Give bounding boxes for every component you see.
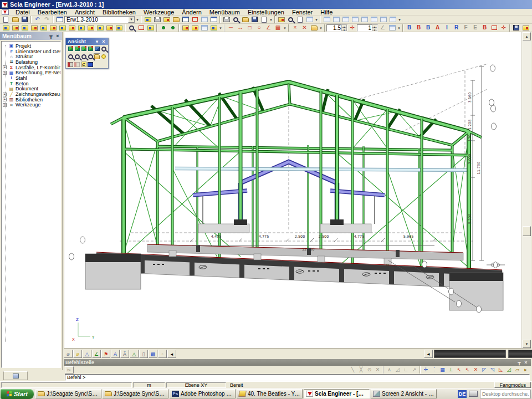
redo-button[interactable]: ↷ [42, 16, 52, 23]
command-panel-header[interactable]: Befehlszeile ┳ × [64, 359, 531, 366]
support-tool-icon-3[interactable]: B [423, 24, 433, 32]
library-button[interactable] [241, 16, 250, 23]
clip-box-icon[interactable] [67, 61, 74, 68]
axis-tool-icon-4[interactable] [209, 24, 218, 32]
sidebar-item-zeichnungswerkzeuge[interactable]: +╱Zeichnungswerkzeuge [3, 91, 60, 97]
clipboard-icon[interactable] [171, 16, 181, 23]
menu-aendern[interactable]: Ändern [178, 9, 205, 16]
draw-line-icon[interactable]: ─ [226, 24, 236, 32]
combo-dropdown-icon[interactable]: ▼ [128, 17, 135, 23]
rendered-icon[interactable]: ⌀ [73, 350, 82, 358]
member-tool-icon-8[interactable] [67, 24, 76, 32]
status-unit-cell[interactable]: m [133, 382, 165, 388]
search-icon[interactable] [286, 16, 295, 23]
snap-center-icon[interactable]: ⊙ [365, 366, 374, 374]
axis-dropdown-icon[interactable]: ▾ [218, 24, 223, 32]
menu-fenster[interactable]: Fenster [288, 9, 316, 16]
menu-tree-header[interactable]: Menübaum ┳ × [0, 32, 62, 40]
snap-peak-icon[interactable]: ∧ [385, 366, 393, 374]
label2-display-icon[interactable]: Ä [120, 350, 129, 358]
window-layout-icon-2[interactable] [331, 16, 341, 23]
snap-edge4-icon[interactable]: ◿ [505, 366, 513, 374]
taskbar-item-media[interactable]: 40. The Beatles - You Ca... [237, 389, 303, 398]
window-layout-icon-5[interactable] [360, 16, 369, 23]
screen-view-icon[interactable] [87, 61, 94, 68]
member-tool-icon-5[interactable] [39, 24, 48, 32]
sidebar-item-linienraster[interactable]: #Linienraster und Geschosse [3, 49, 60, 54]
activity-icon[interactable] [162, 16, 171, 23]
sidebar-item-berechnung[interactable]: +▦Berechnung, FE-Netz [3, 70, 60, 75]
project-combo[interactable]: Erw1.3-2010 ▼ [64, 16, 135, 23]
load-tool-icon-3[interactable]: F [461, 24, 470, 32]
load-tool-icon-1[interactable]: I [442, 24, 452, 32]
scale-stepper[interactable]: ▴▾ [326, 24, 347, 32]
report-button[interactable] [259, 16, 269, 23]
snap-mode-button[interactable]: Fangmodus [494, 382, 531, 388]
printer-tray-icon[interactable] [469, 391, 478, 397]
vertical-scroll-thumb[interactable] [523, 226, 531, 236]
menu-bibliotheken[interactable]: Bibliotheken [99, 9, 140, 16]
taskbar-item-folder-1[interactable]: J:\Seagate Sync\SyncRe... [35, 389, 101, 398]
calculator-icon[interactable] [277, 16, 286, 23]
factor-input[interactable] [357, 25, 372, 31]
scale-down-icon[interactable]: ▾ [341, 28, 347, 31]
sidebar-item-werkzeuge[interactable]: +×Werkzeuge [3, 103, 60, 108]
snap-node-icon[interactable]: ↖ [455, 366, 463, 374]
menu-datei[interactable]: Datei [12, 9, 34, 16]
drawing-canvas[interactable]: 4.475 4.775 2.500 2.500 4.775 5.965 35.4… [64, 32, 521, 348]
member-tool-icon-9[interactable] [76, 24, 86, 32]
snap-edge1-icon[interactable]: ◸ [480, 366, 488, 374]
layers-icon[interactable] [152, 16, 162, 23]
model-3d-view[interactable]: 4.475 4.775 2.500 2.500 4.775 5.965 35.4… [64, 32, 522, 348]
edit-dropdown-icon[interactable]: ▾ [319, 24, 323, 32]
delete-tool-icon[interactable]: × [290, 24, 300, 32]
clip-box-off-icon[interactable] [74, 61, 80, 68]
view-params-icon[interactable]: C [80, 61, 87, 68]
draw-angle-icon[interactable]: ∠ [264, 24, 273, 32]
snap-raster-icon[interactable]: ▦ [438, 366, 447, 374]
sidebar-item-dokument[interactable]: ▤Dokument [3, 86, 60, 92]
window-layout-icon-6[interactable] [369, 16, 378, 23]
member-tool-icon-13[interactable] [114, 24, 124, 32]
snap-edge2-icon[interactable]: ◹ [488, 366, 497, 374]
member-tool-icon-6[interactable] [48, 24, 58, 32]
taskbar-item-photoshop[interactable]: Ps Adobe Photoshop CS3 E... [170, 389, 236, 398]
taskbar-item-paint[interactable]: Screen 2 Ansicht - Paint [371, 389, 437, 398]
sidebar-item-belastung[interactable]: ⇊Belastung [3, 59, 60, 65]
window-layout-icon-3[interactable] [341, 16, 350, 23]
command-pin-icon[interactable]: ┳ [516, 360, 523, 366]
view-y-icon[interactable] [74, 45, 80, 52]
rotate-slider-2[interactable] [508, 350, 532, 358]
draw-rect-icon[interactable]: □ [245, 24, 254, 32]
snap-end-icon[interactable]: ↖ [463, 366, 472, 374]
draw-dimension-icon[interactable]: ↔ [236, 24, 245, 32]
member-tool-icon-1[interactable] [1, 24, 11, 32]
menu-menuebaum[interactable]: Menübaum [206, 9, 244, 16]
snap-last-icon[interactable]: ▸ [521, 366, 530, 374]
new-button[interactable] [1, 16, 11, 23]
print-preview-button[interactable] [231, 16, 241, 23]
project-settings-icon[interactable] [143, 16, 152, 23]
vertical-scrollbar[interactable]: ▲ ▼ [521, 32, 531, 348]
node-tool-icon-1[interactable] [158, 24, 168, 32]
zoom-out-icon[interactable] [67, 53, 74, 60]
save-button[interactable] [20, 16, 29, 23]
flag-display-icon[interactable]: ⚑ [101, 350, 110, 358]
snap-intersect-icon[interactable]: ✕ [374, 366, 382, 374]
language-indicator[interactable]: DE [458, 390, 467, 398]
scroll-up-icon[interactable]: ▲ [523, 32, 531, 40]
print-group-dropdown-icon[interactable]: ▾ [269, 16, 273, 23]
sidebar-item-bibliotheken[interactable]: +▥Bibliotheken [3, 97, 60, 103]
measure-icon[interactable] [305, 16, 314, 23]
menu-hilfe[interactable]: Hilfe [316, 9, 336, 16]
load-tool-icon-2[interactable]: R [452, 24, 461, 32]
view-rotate-icon[interactable] [94, 45, 100, 52]
draw-grid-icon[interactable]: ▦ [273, 24, 283, 32]
member-tool-icon-2[interactable] [11, 24, 20, 32]
picture-icon[interactable] [200, 16, 209, 23]
desktop-search-input[interactable] [480, 390, 531, 398]
scale-input[interactable] [327, 25, 341, 31]
menu-ansicht[interactable]: Ansicht [71, 9, 99, 16]
wireframe-icon[interactable]: ⌀ [64, 350, 73, 358]
member-tool-icon-12[interactable] [105, 24, 114, 32]
